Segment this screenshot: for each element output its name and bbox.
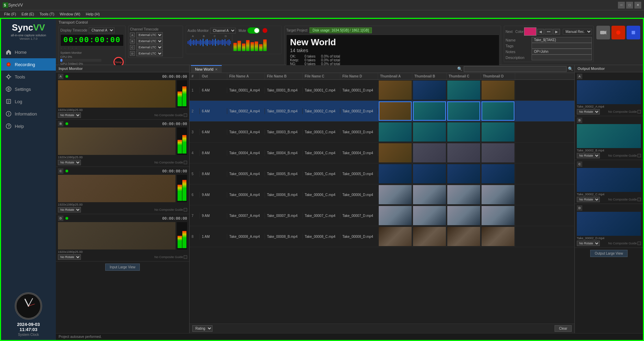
color-prev-btn[interactable]: ◀ [537, 29, 544, 35]
input-c-thumb [58, 175, 175, 202]
close-button[interactable]: ✕ [634, 2, 641, 9]
menu-bar: File (F) Edit (E) Tools (T) Window (W) H… [0, 10, 644, 18]
ch-c-select[interactable]: External LTC [136, 45, 163, 50]
rating-bar: Rating Clear [190, 324, 574, 333]
camera-button[interactable] [596, 26, 610, 39]
out-c-checkbox[interactable] [637, 198, 641, 201]
mute-toggle[interactable] [247, 27, 260, 34]
td-5-ta [378, 163, 412, 184]
log-icon [5, 98, 12, 105]
input-b-rotate[interactable]: No Rotate [58, 160, 81, 165]
menu-help[interactable]: Help (H) [83, 11, 102, 17]
menu-window[interactable]: Window (W) [57, 11, 83, 17]
clear-button[interactable]: Clear [555, 325, 572, 332]
out-c-rotate[interactable]: No Rotate [577, 197, 600, 202]
rating-select[interactable]: Rating [192, 325, 212, 332]
channel-select[interactable]: Channel A [89, 27, 114, 33]
sidebar-item-log[interactable]: Log [1, 95, 56, 108]
td-1-num: 1 [190, 87, 200, 93]
main-search-input[interactable] [464, 66, 567, 72]
menu-tools[interactable]: Tools (T) [37, 11, 57, 17]
table-row[interactable]: 1 6 AM Take_00001_A.mp4 Take_00001_B.mp4… [190, 80, 574, 101]
output-large-view-btn[interactable]: Output Large View [590, 250, 628, 257]
td-6-ta [378, 184, 412, 205]
input-ch-c: C 00:00:00:00 1920x108 [56, 167, 189, 214]
input-b-thumb [58, 127, 175, 155]
table-row[interactable]: 7 9 AM Take_00007_A.mp4 Take_00007_B.mp4… [190, 205, 574, 226]
color-next-btn[interactable]: ▶ [553, 29, 560, 35]
td-7-fd: Take_00007_D.mp4 [340, 213, 378, 219]
out-a-checkbox[interactable] [637, 110, 641, 113]
td-8-fd: Take_00008_D.mp4 [340, 234, 378, 240]
table-row[interactable]: 6 9 AM Take_00006_A.mp4 Take_00006_B.mp4… [190, 184, 574, 205]
input-large-view-btn[interactable]: Input Large View [105, 264, 140, 271]
out-c-thumb [577, 168, 641, 192]
ch-b-select[interactable]: External LTC [136, 38, 163, 44]
td-6-fd: Take_00006_D.mp4 [340, 192, 378, 198]
maximize-button[interactable]: □ [626, 2, 633, 9]
input-d-checkbox[interactable] [184, 255, 187, 259]
sidebar-item-help[interactable]: ? Help [1, 120, 56, 132]
out-d-checkbox[interactable] [637, 242, 641, 245]
svg-text:?: ? [8, 124, 10, 128]
ch-a-select[interactable]: External LTC [136, 32, 163, 38]
sidebar-item-home[interactable]: Home [1, 46, 56, 58]
input-a-checkbox[interactable] [184, 113, 187, 117]
input-a-composite-label: No Composite Guide [154, 113, 183, 117]
sidebar-item-settings[interactable]: Settings [1, 83, 56, 95]
table-row[interactable]: 5 8 AM Take_00005_A.mp4 Take_00005_B.mp4… [190, 163, 574, 184]
td-4-fc: Take_00004_C.mp4 [303, 150, 340, 156]
out-b-info: Take_00002_B.mp4 [577, 149, 641, 152]
name-input[interactable] [532, 37, 592, 43]
td-1-tc [447, 80, 481, 100]
input-c-info: 1920x1080p25.00 [58, 203, 187, 206]
out-a-rotate[interactable]: No Rotate [577, 109, 600, 114]
notes-input[interactable] [532, 49, 592, 54]
minimize-button[interactable]: ─ [618, 2, 625, 9]
record-button[interactable] [611, 26, 625, 39]
stop-button[interactable] [627, 26, 640, 39]
table-row[interactable]: 3 6 AM Take_00003_A.mp4 Take_00003_B.mp4… [190, 122, 574, 143]
table-row[interactable]: 8 1 AM Take_00008_A.mp4 Take_00008_B.mp4… [190, 226, 574, 247]
out-b-composite: No Composite Guide [608, 154, 641, 157]
rec-buttons-section [596, 26, 640, 39]
td-6-fa: Take_00006_A.mp4 [227, 192, 265, 198]
out-b-label: B [577, 118, 582, 123]
menu-edit[interactable]: Edit (E) [19, 11, 37, 17]
out-b-checkbox[interactable] [637, 154, 641, 157]
sidebar-item-tools[interactable]: Tools [1, 71, 56, 83]
sidebar-item-recording[interactable]: Recording [1, 58, 56, 71]
sidebar-item-information[interactable]: i Information [1, 108, 56, 120]
input-c-checkbox[interactable] [184, 208, 187, 211]
tags-input[interactable] [532, 43, 592, 49]
color-swatch[interactable] [524, 27, 536, 36]
input-c-bottom: No Rotate No Composite Guide [58, 207, 187, 212]
audio-channel-select[interactable]: Channel A [210, 28, 236, 34]
rec-mode-select[interactable]: Manual Rec. [563, 29, 592, 35]
ch-d-select[interactable]: External LTC [136, 51, 163, 56]
td-6-td [481, 184, 515, 205]
menu-file[interactable]: File (F) [1, 11, 19, 17]
input-ch-b: B 00:00:00:00 1920x108 [56, 120, 189, 167]
table-row[interactable]: 4 8 AM Take_00004_A.mp4 Take_00004_B.mp4… [190, 143, 574, 163]
color-dots-btn[interactable]: ••• [545, 29, 552, 35]
wf-c-label: C [209, 35, 220, 38]
th-thumb-a: Thumbnail A [378, 73, 412, 80]
input-b-checkbox[interactable] [184, 161, 187, 164]
keep-label: Keep: [290, 58, 299, 62]
out-d-rotate[interactable]: No Rotate [577, 241, 600, 246]
input-a-rotate[interactable]: No Rotate [58, 112, 81, 118]
input-d-dot [65, 217, 68, 220]
td-7-tb [412, 205, 447, 226]
desc-input[interactable] [532, 54, 592, 60]
out-b-rotate[interactable]: No Rotate [577, 153, 600, 158]
input-c-rotate[interactable]: No Rotate [58, 207, 81, 212]
tab-close-icon[interactable]: ✕ [215, 68, 218, 71]
window-title: SyncVV [8, 3, 618, 8]
tab-new-world[interactable]: New World ✕ [191, 65, 222, 73]
td-7-ta [378, 205, 412, 226]
sidebar-nav: Home Recording Tools Settings [1, 46, 56, 132]
table-row[interactable]: 2 6 AM Take_00002_A.mp4 Take_00002_B.mp4… [190, 101, 574, 122]
td-6-tb [412, 184, 447, 205]
input-d-rotate[interactable]: No Rotate [58, 254, 81, 260]
